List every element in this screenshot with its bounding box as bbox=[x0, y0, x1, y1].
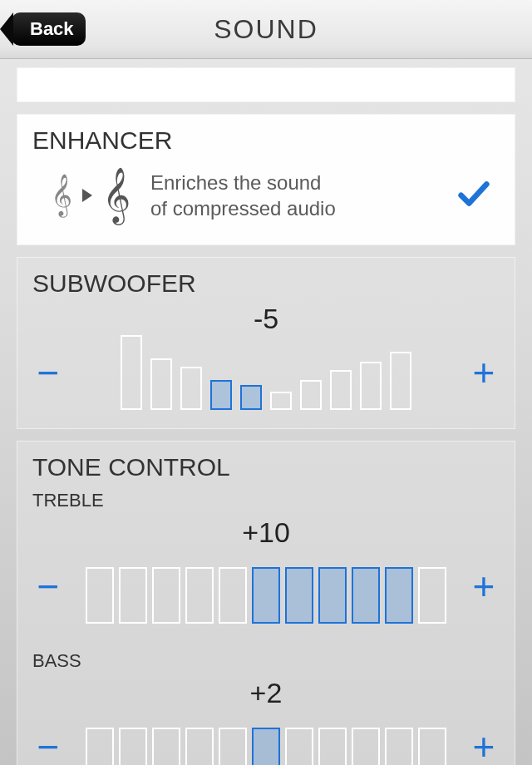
treble-bar[interactable] bbox=[418, 567, 446, 624]
bass-bar[interactable] bbox=[285, 728, 313, 765]
subwoofer-title: SUBWOOFER bbox=[17, 258, 515, 298]
treble-bar[interactable] bbox=[219, 567, 247, 624]
treble-clef-small-icon: 𝄞 bbox=[51, 177, 72, 214]
bass-bar[interactable] bbox=[86, 728, 114, 765]
treble-clef-icon: 𝄞 bbox=[102, 171, 131, 220]
subwoofer-bar[interactable] bbox=[210, 380, 232, 410]
subwoofer-bar[interactable] bbox=[330, 370, 352, 410]
bass-bars[interactable] bbox=[72, 709, 460, 765]
bass-minus-button[interactable]: − bbox=[29, 720, 67, 765]
bass-bar[interactable] bbox=[418, 728, 446, 765]
bass-bar[interactable] bbox=[219, 728, 247, 765]
treble-bar[interactable] bbox=[152, 567, 180, 624]
subwoofer-value: -5 bbox=[29, 303, 503, 335]
tone-card: TONE CONTROL TREBLE +10 − bbox=[17, 441, 515, 765]
bass-plus-button[interactable]: + bbox=[465, 720, 503, 765]
treble-bar[interactable] bbox=[385, 567, 413, 624]
enhancer-title: ENHANCER bbox=[17, 115, 515, 155]
treble-bar[interactable] bbox=[285, 567, 313, 624]
subwoofer-minus-button[interactable]: − bbox=[29, 346, 67, 399]
treble-label: TREBLE bbox=[17, 481, 515, 511]
bass-bar[interactable] bbox=[119, 728, 147, 765]
enhancer-description: Enriches the sound of compressed audio bbox=[150, 170, 435, 221]
bass-value: +2 bbox=[29, 677, 503, 709]
subwoofer-bar[interactable] bbox=[390, 352, 411, 410]
treble-bars[interactable] bbox=[72, 549, 460, 624]
treble-bar[interactable] bbox=[318, 567, 347, 624]
page-title: SOUND bbox=[214, 14, 318, 45]
tone-title: TONE CONTROL bbox=[17, 442, 515, 481]
navbar: Back SOUND bbox=[0, 0, 532, 59]
bass-label: BASS bbox=[17, 642, 515, 672]
subwoofer-plus-button[interactable]: + bbox=[465, 346, 503, 399]
treble-plus-button[interactable]: + bbox=[465, 560, 503, 613]
treble-bar[interactable] bbox=[119, 567, 147, 624]
treble-bar[interactable] bbox=[352, 567, 380, 624]
subwoofer-card: SUBWOOFER -5 − + bbox=[17, 257, 515, 429]
back-button-label: Back bbox=[30, 18, 74, 40]
previous-card-edge bbox=[17, 67, 515, 102]
bass-bar[interactable] bbox=[185, 728, 214, 765]
subwoofer-bar[interactable] bbox=[300, 380, 322, 410]
subwoofer-bar[interactable] bbox=[121, 335, 142, 410]
subwoofer-bar[interactable] bbox=[360, 362, 382, 410]
bass-bar[interactable] bbox=[252, 728, 280, 765]
bass-bar[interactable] bbox=[352, 728, 380, 765]
subwoofer-bars[interactable] bbox=[72, 335, 460, 410]
bass-bar[interactable] bbox=[385, 728, 413, 765]
subwoofer-bar[interactable] bbox=[150, 358, 172, 410]
subwoofer-bar[interactable] bbox=[270, 392, 292, 410]
bass-bar[interactable] bbox=[152, 728, 180, 765]
bass-bar[interactable] bbox=[318, 728, 347, 765]
treble-value: +10 bbox=[29, 516, 503, 549]
treble-bar[interactable] bbox=[252, 567, 280, 624]
treble-minus-button[interactable]: − bbox=[29, 560, 67, 613]
subwoofer-bar[interactable] bbox=[240, 385, 262, 410]
enhancer-card: ENHANCER 𝄞 𝄞 Enriches the sound of compr… bbox=[17, 114, 515, 245]
treble-bar[interactable] bbox=[185, 567, 214, 624]
checkmark-icon bbox=[455, 201, 493, 215]
back-button[interactable]: Back bbox=[12, 12, 86, 46]
arrow-right-icon bbox=[82, 189, 92, 202]
subwoofer-bar[interactable] bbox=[180, 367, 202, 410]
treble-bar[interactable] bbox=[86, 567, 114, 624]
enhancer-illustration: 𝄞 𝄞 bbox=[51, 171, 131, 220]
enhancer-toggle[interactable] bbox=[455, 175, 493, 216]
